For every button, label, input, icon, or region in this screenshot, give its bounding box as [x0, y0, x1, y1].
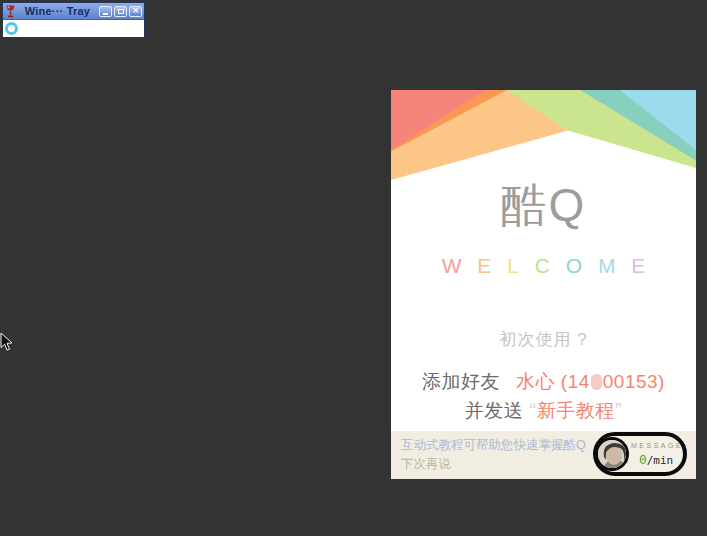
quote-close: ”: [615, 398, 623, 421]
maximize-icon: [118, 9, 124, 14]
redacted-digit: [591, 374, 602, 390]
wine-glass-icon: [5, 5, 16, 18]
add-friend-line: 添加好友水心 (1400153): [391, 369, 696, 395]
first-use-heading: 初次使用 ?: [391, 328, 696, 351]
avatar: [595, 437, 629, 471]
welcome-letter: L: [507, 254, 519, 277]
coolq-welcome-dialog: 酷Q W E L C O M E 初次使用 ? 添加好友水心 (1400153)…: [391, 90, 696, 479]
system-tray-area: [3, 20, 144, 37]
friend-number-suffix: 00153): [603, 371, 665, 392]
friend-name: 水心: [516, 371, 555, 392]
app-title: 酷Q: [391, 182, 696, 228]
send-tutorial-line: 并发送 “新手教程”: [391, 398, 696, 424]
wine-tray-window: Wine··· Tray ✕: [2, 2, 145, 38]
welcome-letter: O: [566, 254, 582, 277]
minimize-button[interactable]: [99, 6, 112, 17]
welcome-letter: E: [631, 254, 645, 277]
quote-open: “: [529, 398, 537, 421]
send-label: 并发送: [465, 400, 524, 421]
close-icon: ✕: [132, 7, 139, 15]
window-title: Wine··· Tray: [18, 6, 97, 17]
skip-for-now-link[interactable]: 下次再说: [401, 456, 451, 473]
interactive-tutorial-link[interactable]: 互动式教程可帮助您快速掌握酷Q: [401, 437, 586, 454]
titlebar-buttons: ✕: [99, 6, 142, 17]
message-rate: 0/min: [639, 451, 673, 467]
close-button[interactable]: ✕: [129, 6, 142, 17]
rate-value: 0: [639, 452, 647, 467]
badge-text-column: MESSAGE 0/min: [629, 442, 686, 467]
welcome-letter: E: [477, 254, 491, 277]
rate-unit: /min: [647, 454, 674, 467]
mouse-cursor: [0, 332, 14, 352]
welcome-letter: W: [442, 254, 462, 277]
minimize-icon: [103, 13, 108, 15]
wine-tray-titlebar[interactable]: Wine··· Tray ✕: [3, 3, 144, 20]
welcome-letter: M: [598, 254, 616, 277]
dialog-footer: 互动式教程可帮助您快速掌握酷Q 下次再说 MESSAGE 0/min: [391, 431, 696, 479]
add-friend-label: 添加好友: [422, 371, 500, 392]
desktop: Wine··· Tray ✕ 酷Q W E L C O: [0, 0, 707, 536]
welcome-letter: C: [535, 254, 550, 277]
maximize-button[interactable]: [114, 6, 127, 17]
message-rate-badge[interactable]: MESSAGE 0/min: [593, 432, 687, 476]
message-label: MESSAGE: [629, 442, 683, 449]
friend-number-prefix: (14: [561, 371, 590, 392]
welcome-text: W E L C O M E: [391, 255, 696, 276]
tutorial-name: 新手教程: [537, 400, 615, 421]
coolq-tray-icon[interactable]: [5, 22, 18, 35]
